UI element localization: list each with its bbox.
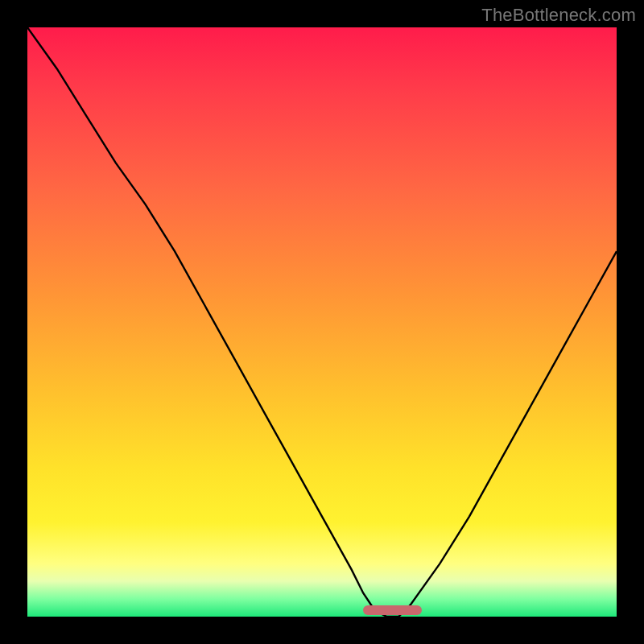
chart-frame: TheBottleneck.com	[0, 0, 644, 644]
minimum-marker	[363, 605, 422, 615]
bottleneck-curve-path	[27, 27, 617, 617]
plot-area	[27, 27, 617, 617]
curve-svg	[27, 27, 617, 617]
watermark-text: TheBottleneck.com	[481, 5, 636, 26]
